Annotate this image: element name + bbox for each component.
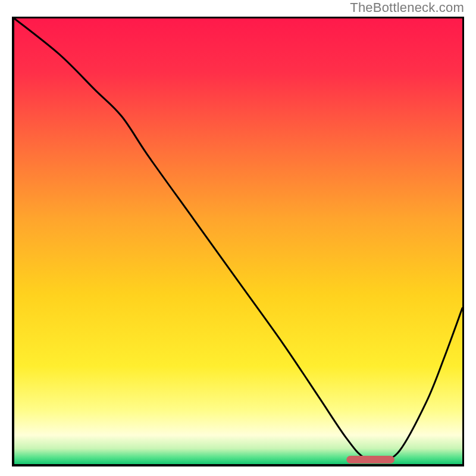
chart-frame (12, 17, 464, 466)
chart-svg (14, 18, 462, 464)
chart-background (14, 18, 462, 464)
watermark-text: TheBottleneck.com (350, 0, 464, 15)
